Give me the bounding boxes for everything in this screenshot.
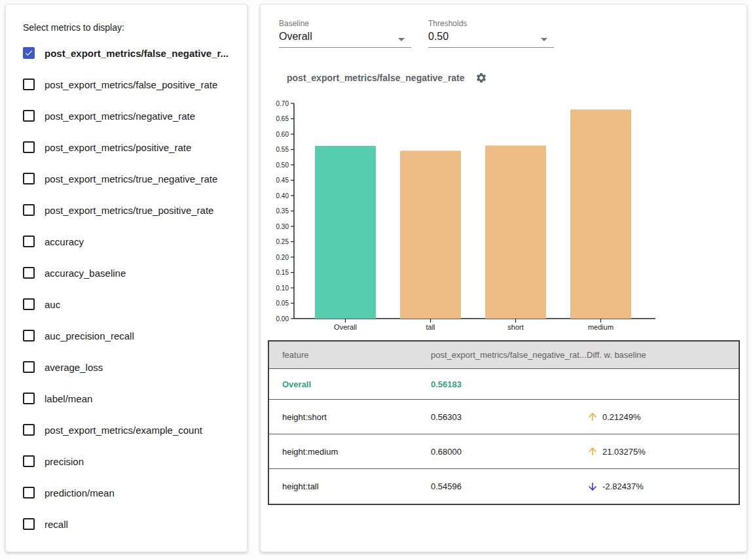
metric-checkbox-item[interactable]: post_export_metrics/false_negative_r... [23,37,242,69]
svg-text:0.70: 0.70 [276,100,289,107]
unchecked-checkbox-icon[interactable] [23,487,35,499]
metric-item-label: prediction/mean [45,487,115,499]
thresholds-select-value: 0.50 [428,31,554,48]
svg-text:medium: medium [588,323,614,331]
baseline-select-value: Overall [279,31,411,48]
arrow-up-icon [587,446,598,457]
sidebar-title: Select metrics to display: [23,22,124,33]
chevron-down-icon [541,38,547,41]
metric-checkbox-item[interactable]: post_export_metrics/false_positive_rate [23,69,242,100]
checked-checkbox-icon[interactable] [23,47,35,59]
metric-item-label: accuracy_baseline [45,268,126,279]
metric-checkbox-item[interactable]: post_export_metrics/negative_rate [23,100,242,131]
svg-text:0.35: 0.35 [276,207,289,215]
unchecked-checkbox-icon[interactable] [23,518,35,530]
fairness-indicators-page: Select metrics to display: post_export_m… [0,0,751,560]
metric-checkbox-item[interactable]: auc [23,289,242,320]
column-header-metric: post_export_metrics/false_negative_rat..… [431,350,587,360]
chart-header: post_export_metrics/false_negative_rate [287,72,487,84]
unchecked-checkbox-icon[interactable] [23,455,35,467]
metric-item-label: accuracy [45,236,84,247]
table-row: Overall0.56183 [269,369,739,400]
svg-text:tall: tall [426,323,435,331]
metric-item-label: auc [45,299,60,310]
table-row: height:medium0.6800021.03275% [269,434,739,469]
svg-text:Overall: Overall [334,323,357,331]
svg-text:0.50: 0.50 [276,162,289,169]
metric-checkbox-item[interactable]: post_export_metrics/true_positive_rate [23,194,242,226]
unchecked-checkbox-icon[interactable] [23,173,35,184]
diff-cell: 21.03275% [587,446,739,457]
unchecked-checkbox-icon[interactable] [23,361,35,373]
svg-text:0.55: 0.55 [276,146,289,153]
svg-text:0.45: 0.45 [276,177,289,184]
metric-item-label: post_export_metrics/false_negative_r... [45,48,229,59]
metric-item-label: post_export_metrics/example_count [45,425,202,436]
table-row: height:tall0.54596-2.82437% [269,469,739,504]
metric-item-label: label/mean [45,393,92,404]
diff-value: -2.82437% [602,481,644,491]
metric-item-label: precision [45,456,84,467]
metric-checkbox-item[interactable]: label/mean [23,383,242,414]
metric-checkbox-item[interactable]: accuracy [23,226,242,257]
svg-text:0.40: 0.40 [276,192,289,200]
metric-checkbox-item[interactable]: recall [23,508,242,540]
unchecked-checkbox-icon[interactable] [23,110,35,122]
metric-item-label: auc_precision_recall [45,330,134,341]
metric-checkbox-item[interactable]: post_export_metrics/positive_rate [23,131,242,163]
chart-title: post_export_metrics/false_negative_rate [287,73,465,83]
thresholds-select-label: Thresholds [428,19,554,28]
thresholds-select[interactable]: Thresholds 0.50 [428,19,554,48]
unchecked-checkbox-icon[interactable] [23,236,35,247]
unchecked-checkbox-icon[interactable] [23,298,35,310]
metric-table: feature post_export_metrics/false_negati… [268,340,740,505]
metric-value-cell: 0.56303 [431,412,587,422]
unchecked-checkbox-icon[interactable] [23,141,35,153]
metric-checkbox-item[interactable]: post_export_metrics/example_count [23,414,242,446]
svg-text:short: short [507,323,523,331]
metric-value-cell: 0.56183 [431,379,587,389]
unchecked-checkbox-icon[interactable] [23,393,35,404]
metric-checkbox-item[interactable]: average_loss [23,351,242,383]
unchecked-checkbox-icon[interactable] [23,79,35,90]
diff-value: 0.21249% [602,412,641,422]
metric-list: post_export_metrics/false_negative_r...p… [23,37,242,540]
unchecked-checkbox-icon[interactable] [23,204,35,216]
metric-item-label: post_export_metrics/false_positive_rate [45,79,217,90]
table-row: height:short0.563030.21249% [269,400,739,434]
metrics-panel: Baseline Overall Thresholds 0.50 post_ex… [260,4,747,552]
unchecked-checkbox-icon[interactable] [23,330,35,341]
svg-text:0.05: 0.05 [276,300,289,307]
metric-checkbox-item[interactable]: accuracy_baseline [23,257,242,289]
svg-text:0.60: 0.60 [276,131,289,138]
table-header-row: feature post_export_metrics/false_negati… [269,341,739,369]
svg-text:0.30: 0.30 [276,223,289,230]
feature-cell: height:tall [282,481,431,491]
metric-checkbox-item[interactable]: precision [23,446,242,477]
feature-cell: height:medium [282,447,431,457]
baseline-select[interactable]: Baseline Overall [279,19,411,48]
metric-checkbox-item[interactable]: auc_precision_recall [23,320,242,351]
diff-cell: -2.82437% [587,481,739,493]
metric-item-label: post_export_metrics/true_positive_rate [45,205,213,216]
metric-checkbox-item[interactable]: post_export_metrics/true_negative_rate [23,163,242,194]
metric-item-label: average_loss [45,362,103,373]
svg-text:0.00: 0.00 [276,315,289,323]
diff-cell: 0.21249% [587,411,739,423]
metric-checkbox-item[interactable]: prediction/mean [23,477,242,508]
metric-value-cell: 0.54596 [431,481,587,491]
unchecked-checkbox-icon[interactable] [23,267,35,279]
arrow-up-icon [587,411,598,423]
feature-cell: Overall [282,379,431,389]
metric-item-label: post_export_metrics/negative_rate [45,111,195,122]
svg-text:0.25: 0.25 [276,238,289,245]
gear-icon[interactable] [475,72,487,84]
svg-text:0.20: 0.20 [276,254,289,261]
svg-text:0.15: 0.15 [276,269,289,276]
unchecked-checkbox-icon[interactable] [23,424,35,436]
chevron-down-icon [398,38,405,41]
svg-text:0.10: 0.10 [276,285,289,292]
arrow-down-icon [587,481,598,493]
bar-chart: 0.000.050.100.150.200.250.300.350.400.45… [269,99,675,336]
table-body: Overall0.56183height:short0.563030.21249… [269,369,739,504]
